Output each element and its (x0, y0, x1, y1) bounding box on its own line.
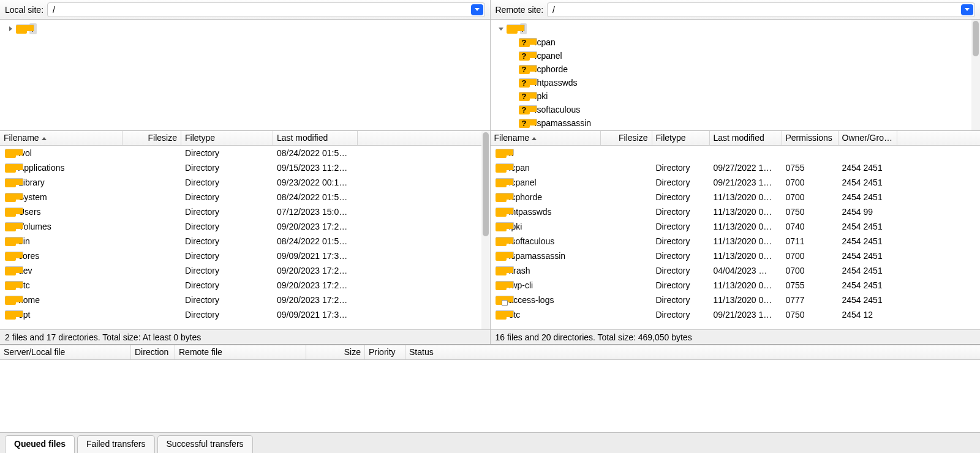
file-lastmod: 11/13/2020 0… (710, 294, 782, 306)
file-row[interactable]: .cpanDirectory09/27/2022 1…07552454 2451 (491, 160, 981, 175)
local-tree[interactable]: / (0, 20, 490, 131)
folder-icon (5, 237, 16, 246)
file-type: Directory (181, 147, 273, 159)
file-row[interactable]: SystemDirectory08/24/2022 01:5… (0, 190, 490, 204)
file-row[interactable]: binDirectory08/24/2022 01:5… (0, 234, 490, 249)
file-row[interactable]: homeDirectory09/20/2023 17:2… (0, 293, 490, 307)
col-filesize[interactable]: Filesize (601, 131, 652, 145)
tab-successful-transfers[interactable]: Successful transfers (157, 435, 253, 453)
tree-item[interactable]: / (491, 22, 981, 36)
file-row[interactable]: .. (491, 146, 981, 160)
file-row[interactable]: .pkiDirectory11/13/2020 0…07402454 2451 (491, 219, 981, 234)
col-server-local-file[interactable]: Server/Local file (0, 345, 131, 359)
file-lastmod: 09/21/2023 1… (710, 176, 782, 189)
remote-tree-scrollbar[interactable] (971, 20, 980, 130)
file-row[interactable]: optDirectory09/09/2021 17:3… (0, 307, 490, 322)
tree-item[interactable]: .softaculous (491, 103, 981, 116)
col-lastmod[interactable]: Last modified (273, 131, 358, 145)
file-type: Directory (652, 220, 710, 233)
file-row[interactable]: devDirectory09/20/2023 17:2… (0, 263, 490, 278)
file-lastmod: 09/15/2023 11:2… (273, 162, 358, 174)
col-pad (897, 131, 981, 145)
file-permissions (782, 152, 839, 154)
file-row[interactable]: .trashDirectory04/04/2023 …07002454 2451 (491, 263, 981, 278)
file-owner-group (839, 152, 897, 154)
file-row[interactable]: VolumesDirectory09/20/2023 17:2… (0, 219, 490, 234)
file-row[interactable]: .volDirectory08/24/2022 01:5… (0, 146, 490, 160)
file-lastmod: 09/09/2021 17:3… (273, 250, 358, 262)
remote-path-field[interactable]: / (547, 2, 975, 17)
file-lastmod: 08/24/2022 01:5… (273, 191, 358, 203)
collapse-icon[interactable] (497, 28, 505, 31)
local-path-field[interactable]: / (47, 2, 484, 17)
file-permissions: 0750 (782, 309, 839, 321)
expand-icon[interactable] (6, 26, 15, 31)
scroll-thumb[interactable] (483, 132, 489, 236)
chevron-down-icon (965, 8, 970, 11)
file-name: .htpasswds (509, 207, 552, 217)
file-row[interactable]: .cpanelDirectory09/21/2023 1…07002454 24… (491, 175, 981, 190)
col-direction[interactable]: Direction (131, 345, 175, 359)
file-lastmod: 07/12/2023 15:0… (273, 206, 358, 218)
file-row[interactable]: etcDirectory09/20/2023 17:2… (0, 278, 490, 293)
file-row[interactable]: UsersDirectory07/12/2023 15:0… (0, 204, 490, 219)
tree-item[interactable]: .cpan (491, 36, 981, 49)
file-owner-group: 2454 2451 (839, 235, 897, 247)
file-permissions: 0711 (782, 235, 839, 247)
file-lastmod: 09/23/2022 00:1… (273, 176, 358, 189)
tree-item[interactable]: .cphorde (491, 62, 981, 76)
file-permissions: 0700 (782, 250, 839, 262)
file-row[interactable]: access-logsDirectory11/13/2020 0…0777245… (491, 293, 981, 307)
folder-icon (519, 119, 530, 128)
folder-icon (496, 208, 507, 217)
local-path-dropdown-button[interactable] (471, 4, 483, 15)
file-row[interactable]: .softaculousDirectory11/13/2020 0…071124… (491, 234, 981, 249)
col-filetype[interactable]: Filetype (652, 131, 710, 145)
col-owner-group[interactable]: Owner/Group (839, 131, 897, 145)
tab-failed-transfers[interactable]: Failed transfers (77, 435, 154, 453)
file-type: Directory (652, 206, 710, 218)
file-row[interactable]: coresDirectory09/09/2021 17:3… (0, 249, 490, 263)
col-filename[interactable]: Filename (491, 131, 601, 145)
remote-list-body[interactable]: ...cpanDirectory09/27/2022 1…07552454 24… (491, 146, 981, 329)
file-row[interactable]: .htpasswdsDirectory11/13/2020 0…07502454… (491, 204, 981, 219)
queue-tabs: Queued files Failed transfers Successful… (0, 432, 980, 453)
file-row[interactable]: LibraryDirectory09/23/2022 00:1… (0, 175, 490, 190)
file-type: Directory (181, 220, 273, 233)
tree-item[interactable]: .spamassassin (491, 116, 981, 130)
queue-body[interactable] (0, 360, 980, 432)
folder-icon (496, 163, 507, 173)
scroll-thumb[interactable] (973, 21, 979, 56)
file-row[interactable]: .wp-cliDirectory11/13/2020 0…07552454 24… (491, 278, 981, 293)
file-row[interactable]: ApplicationsDirectory09/15/2023 11:2… (0, 160, 490, 175)
tree-item[interactable]: .cpanel (491, 49, 981, 62)
col-priority[interactable]: Priority (365, 345, 405, 359)
folder-icon (5, 222, 16, 231)
folder-icon (5, 163, 16, 173)
file-lastmod: 09/20/2023 17:2… (273, 294, 358, 306)
col-size[interactable]: Size (306, 345, 365, 359)
col-filetype[interactable]: Filetype (181, 131, 273, 145)
tree-item[interactable]: / (0, 22, 490, 36)
tab-queued-files[interactable]: Queued files (5, 435, 75, 453)
local-list-body[interactable]: .volDirectory08/24/2022 01:5…Application… (0, 146, 490, 329)
col-permissions[interactable]: Permissions (782, 131, 839, 145)
folder-icon (519, 92, 530, 101)
folder-icon (519, 105, 530, 114)
col-lastmod[interactable]: Last modified (710, 131, 782, 145)
remote-path-dropdown-button[interactable] (961, 4, 973, 15)
col-remote-file[interactable]: Remote file (175, 345, 306, 359)
folder-icon (519, 65, 530, 74)
col-status[interactable]: Status (405, 345, 980, 359)
site-panes: Local site: / / Filename Filesize Filety… (0, 0, 980, 344)
file-row[interactable]: .spamassassinDirectory11/13/2020 0…07002… (491, 249, 981, 263)
col-filesize[interactable]: Filesize (123, 131, 181, 145)
local-scrollbar[interactable] (481, 131, 490, 329)
remote-tree[interactable]: /.cpan.cpanel.cphorde.htpasswds.pki.soft… (491, 20, 981, 131)
folder-icon (496, 178, 507, 187)
file-row[interactable]: etcDirectory09/21/2023 1…07502454 12 (491, 307, 981, 322)
file-row[interactable]: .cphordeDirectory11/13/2020 0…07002454 2… (491, 190, 981, 204)
tree-item[interactable]: .pki (491, 89, 981, 103)
tree-item[interactable]: .htpasswds (491, 76, 981, 89)
col-filename[interactable]: Filename (0, 131, 123, 145)
